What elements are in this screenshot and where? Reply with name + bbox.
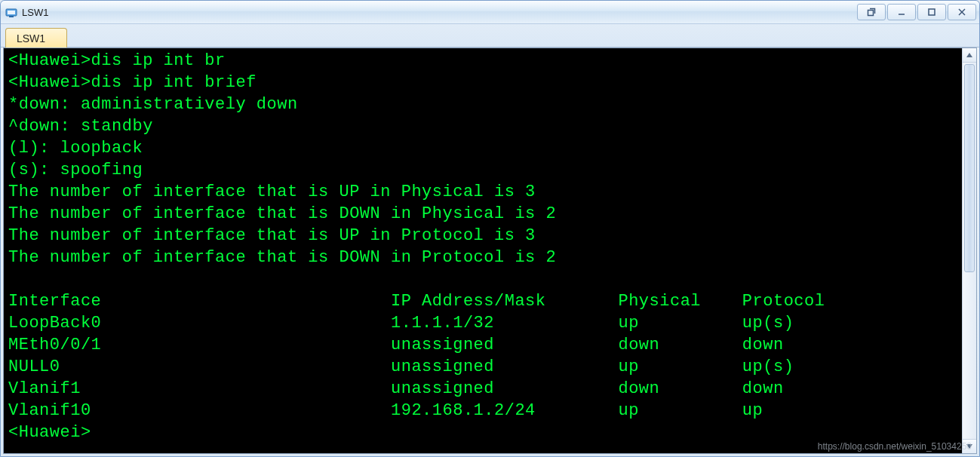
close-button[interactable] — [948, 4, 976, 20]
maximize-button[interactable] — [917, 4, 946, 20]
tab-strip: LSW1 — [1, 24, 979, 48]
app-window: LSW1 LSW1 <Huawei>dis ip int br <Huawei>… — [0, 0, 980, 457]
svg-rect-5 — [929, 9, 935, 15]
app-icon — [5, 6, 17, 18]
detach-button[interactable] — [857, 4, 886, 20]
minimize-button[interactable] — [887, 4, 916, 20]
svg-rect-1 — [8, 11, 15, 14]
terminal-output[interactable]: <Huawei>dis ip int br <Huawei>dis ip int… — [4, 48, 962, 453]
tab-lsw1[interactable]: LSW1 — [5, 28, 67, 48]
terminal-area: <Huawei>dis ip int br <Huawei>dis ip int… — [3, 48, 977, 454]
tab-label: LSW1 — [17, 32, 45, 44]
svg-rect-3 — [868, 11, 874, 16]
svg-rect-2 — [9, 16, 14, 17]
scroll-thumb[interactable] — [964, 64, 975, 272]
vertical-scrollbar[interactable] — [962, 48, 976, 453]
scroll-up-arrow-icon[interactable] — [963, 48, 976, 63]
scroll-track[interactable] — [963, 63, 976, 439]
window-controls — [857, 4, 976, 20]
titlebar: LSW1 — [1, 1, 979, 24]
scroll-down-arrow-icon[interactable] — [963, 439, 976, 453]
title-left: LSW1 — [5, 6, 857, 18]
window-title: LSW1 — [22, 7, 48, 18]
